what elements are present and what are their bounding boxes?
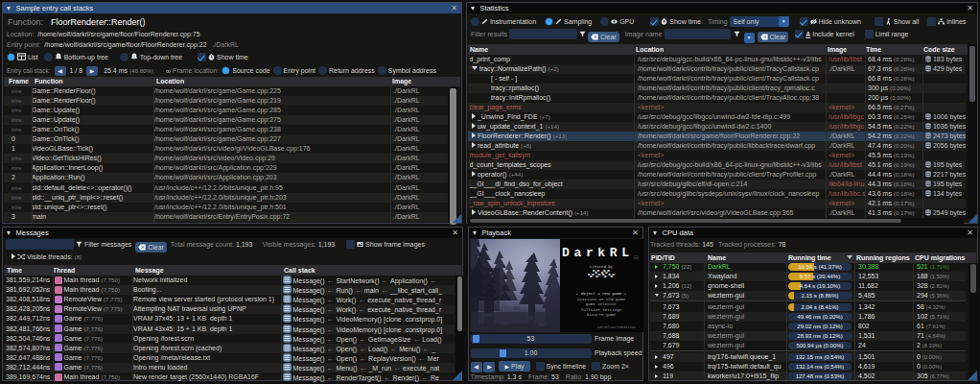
svg-text:bizarre game: bizarre game [586, 313, 616, 317]
svg-text:+ Object a new game +: + Object a new game + [575, 292, 626, 296]
svg-text:created by: created by [589, 265, 613, 269]
svg-text:░░: ░░ [634, 254, 639, 259]
svg-text:game selector: game selector [585, 302, 617, 306]
svg-text:cornelius/rendition: cornelius/rendition [597, 325, 636, 329]
svg-text:iniciate an old game: iniciate an old game [576, 298, 625, 301]
svg-text:fullsize settings: fullsize settings [580, 308, 621, 312]
